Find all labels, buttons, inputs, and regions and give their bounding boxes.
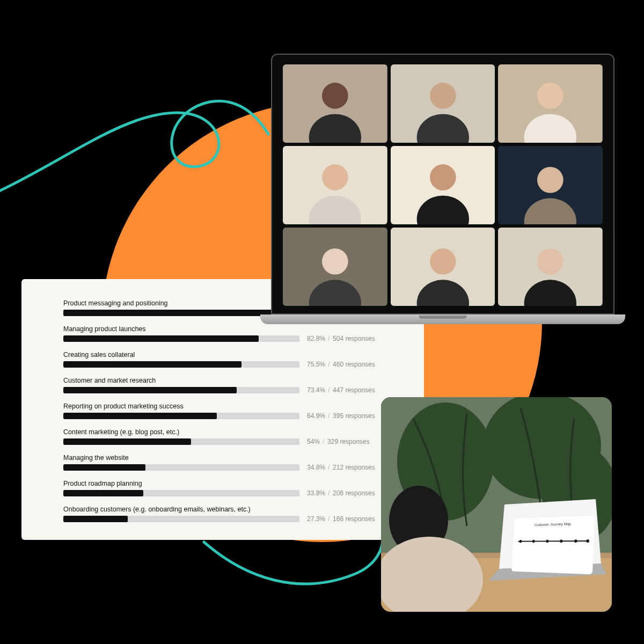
svg-point-4 bbox=[430, 83, 456, 109]
bar-row-stats: 34.8% / 212 responses bbox=[307, 464, 375, 471]
svg-point-22 bbox=[430, 248, 456, 275]
bar-row: Onboarding customers (e.g. onboarding em… bbox=[63, 506, 407, 523]
svg-point-19 bbox=[322, 248, 348, 275]
bar-fill bbox=[63, 361, 241, 368]
bar-row-stats: 27.3% / 166 responses bbox=[307, 515, 375, 523]
video-tile bbox=[391, 146, 495, 224]
video-tile bbox=[391, 64, 495, 143]
bar-row-label: Customer and market research bbox=[63, 377, 407, 384]
bar-row: Creating sales collateral75.5% / 460 res… bbox=[63, 351, 407, 368]
bar-fill bbox=[63, 335, 259, 342]
bar-row: Content marketing (e.g. blog post, etc.)… bbox=[63, 428, 407, 445]
bar-track bbox=[63, 387, 299, 393]
bar-fill bbox=[63, 413, 217, 419]
laptop-video-call bbox=[271, 54, 614, 324]
video-grid bbox=[283, 64, 603, 306]
svg-point-7 bbox=[537, 83, 564, 109]
bar-row-stats: 75.5% / 460 responses bbox=[307, 361, 375, 368]
video-tile bbox=[498, 64, 603, 143]
svg-point-16 bbox=[537, 167, 564, 193]
bar-row-stats: 64.9% / 395 responses bbox=[307, 412, 375, 420]
customer-journey-map-thumbnail: Customer Journey Map bbox=[511, 516, 595, 574]
svg-point-10 bbox=[322, 164, 348, 191]
video-tile bbox=[498, 146, 603, 224]
bar-row-label: Managing the website bbox=[63, 454, 407, 462]
bar-fill bbox=[63, 438, 191, 445]
bar-row: Managing product launches82.8% / 504 res… bbox=[63, 325, 407, 342]
svg-point-1 bbox=[322, 83, 348, 109]
bar-row: Managing the website34.8% / 212 response… bbox=[63, 454, 407, 471]
bar-row: Reporting on product marketing success64… bbox=[63, 402, 407, 420]
bar-track bbox=[63, 490, 299, 496]
bar-track bbox=[63, 516, 299, 522]
svg-point-13 bbox=[430, 164, 456, 191]
video-tile bbox=[498, 228, 603, 306]
bar-row-label: Creating sales collateral bbox=[63, 351, 407, 358]
laptop-base bbox=[260, 314, 625, 324]
bar-row: Product roadmap planning33.8% / 206 resp… bbox=[63, 480, 407, 497]
video-tile bbox=[283, 228, 387, 306]
bar-track bbox=[63, 361, 299, 368]
bar-row-label: Content marketing (e.g. blog post, etc.) bbox=[63, 428, 407, 436]
lifestyle-photo-card: Customer Journey Map bbox=[381, 397, 612, 612]
bar-track bbox=[63, 438, 299, 445]
bar-row-stats: 33.8% / 206 responses bbox=[307, 489, 375, 497]
bar-row-label: Onboarding customers (e.g. onboarding em… bbox=[63, 506, 407, 513]
bar-track bbox=[63, 335, 299, 342]
bar-row: Customer and market research73.4% / 447 … bbox=[63, 377, 407, 394]
bar-fill bbox=[63, 516, 128, 522]
bar-track bbox=[63, 464, 299, 471]
bar-fill bbox=[63, 310, 280, 316]
video-tile bbox=[391, 228, 495, 306]
video-tile bbox=[283, 64, 387, 143]
bar-fill bbox=[63, 464, 145, 471]
bar-row-label: Reporting on product marketing success bbox=[63, 402, 407, 410]
bar-row-stats: 54% / 329 responses bbox=[307, 438, 370, 445]
svg-point-25 bbox=[537, 248, 564, 275]
bar-fill bbox=[63, 387, 237, 393]
bar-row-label: Managing product launches bbox=[63, 325, 407, 333]
video-tile bbox=[283, 146, 387, 224]
journey-map-title: Customer Journey Map bbox=[519, 521, 589, 528]
bar-row-stats: 73.4% / 447 responses bbox=[307, 386, 375, 394]
laptop-screen bbox=[271, 54, 614, 314]
bar-fill bbox=[63, 490, 143, 496]
bar-row-stats: 82.8% / 504 responses bbox=[307, 335, 375, 342]
bar-row-label: Product roadmap planning bbox=[63, 480, 407, 487]
bar-track bbox=[63, 413, 299, 419]
